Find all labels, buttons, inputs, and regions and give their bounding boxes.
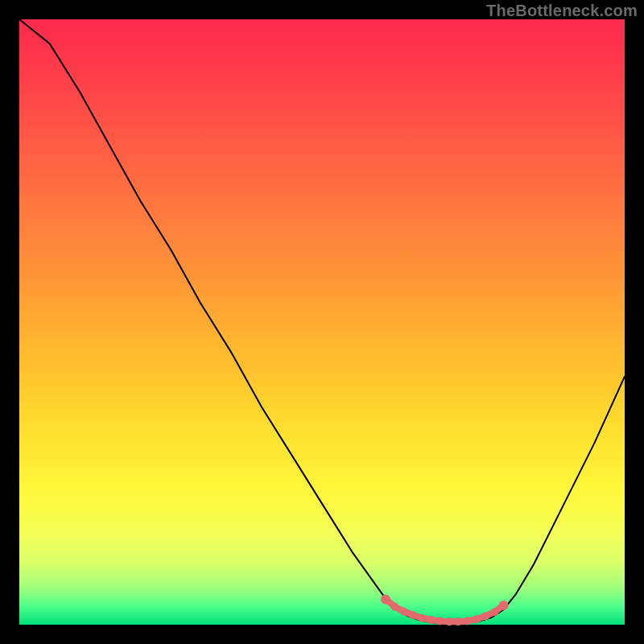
svg-point-4 xyxy=(418,614,426,622)
svg-point-2 xyxy=(400,608,408,616)
svg-point-10 xyxy=(473,615,481,623)
watermark-text: TheBottleneck.com xyxy=(486,2,638,20)
highlight-band xyxy=(381,594,509,625)
main-curve xyxy=(19,19,625,624)
svg-point-11 xyxy=(481,613,489,621)
svg-point-13 xyxy=(499,601,509,610)
chart-svg xyxy=(19,19,625,625)
svg-point-9 xyxy=(464,617,472,625)
svg-point-6 xyxy=(436,617,444,625)
plot-area xyxy=(19,19,625,625)
chart-stage: TheBottleneck.com xyxy=(0,0,644,644)
svg-point-7 xyxy=(445,617,453,625)
svg-point-3 xyxy=(409,611,417,619)
svg-point-5 xyxy=(427,616,435,624)
svg-point-12 xyxy=(490,608,498,616)
svg-point-8 xyxy=(454,617,462,625)
svg-point-1 xyxy=(390,602,398,610)
svg-point-0 xyxy=(381,594,390,604)
